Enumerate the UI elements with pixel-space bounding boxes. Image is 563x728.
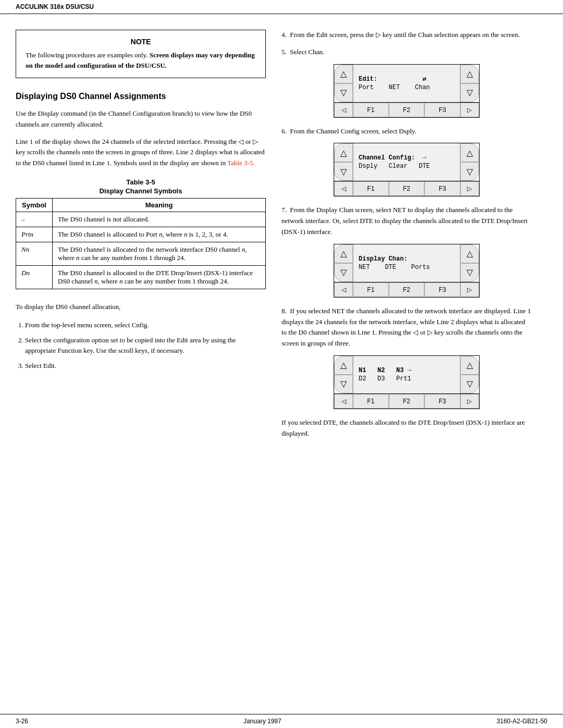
table-subtitle: Display Channel Symbols [16, 187, 266, 195]
up-right-btn[interactable]: △ [460, 65, 479, 83]
n1d2-up-right-btn[interactable]: △ [460, 356, 479, 375]
step-8-text: 8. If you selected NET the channels allo… [282, 306, 532, 349]
channel-config-widget-wrapper: △ Channel Config: → Dsply Clear DTE △ ▽ … [282, 143, 532, 196]
n1d2-lcd: △ N1 N2 N3 → D2 D3 Prt1 △ ▽ ▽ [334, 355, 480, 394]
cc-down-left-btn[interactable]: ▽ [334, 162, 353, 181]
cc-right-arrow[interactable]: ▷ [460, 181, 479, 196]
table-container: Table 3-5 Display Channel Symbols Symbol… [16, 178, 266, 289]
edit-f3[interactable]: F3 [424, 103, 460, 117]
section-para2: Line 1 of the display shows the 24 chann… [16, 137, 266, 169]
n1d2-f3[interactable]: F3 [424, 394, 460, 409]
cell-meaning: The DS0 channel is allocated to the DTE … [53, 265, 266, 289]
table-row: DnThe DS0 channel is allocated to the DT… [16, 265, 266, 289]
table-row: PrtnThe DS0 channel is allocated to Port… [16, 227, 266, 242]
footer-left: 3-26 [16, 718, 28, 725]
edit-left-arrow[interactable]: ◁ [334, 103, 353, 117]
step-1: From the top-level menu screen, select C… [25, 320, 266, 331]
n1d2-widget-wrapper: △ N1 N2 N3 → D2 D3 Prt1 △ ▽ ▽ ◁ F1 F2 F3… [282, 355, 532, 409]
table-ref-link[interactable]: Table 3-5. [227, 159, 255, 167]
cc-up-right-btn[interactable]: △ [460, 143, 479, 162]
edit-f2[interactable]: F2 [389, 103, 425, 117]
n1d2-f2[interactable]: F2 [389, 394, 425, 409]
step-intro: To display the DS0 channel allocation, [16, 302, 266, 313]
step-5-text: 5. Select Chan. [282, 47, 532, 58]
section-heading: Displaying DS0 Channel Assignments [16, 92, 266, 101]
col-meaning: Meaning [53, 198, 266, 212]
cc-f3[interactable]: F3 [424, 181, 460, 196]
dc-f3[interactable]: F3 [424, 282, 460, 297]
edit-lcd-display: △ Edit: ⇄ Port NET Chan △ ▽ ▽ [334, 64, 480, 103]
edit-line1: Edit: ⇄ [359, 75, 455, 83]
cc-f1[interactable]: F1 [353, 181, 389, 196]
dc-up-right-btn[interactable]: △ [460, 244, 479, 263]
footer-right: 3160-A2-GB21-50 [497, 718, 547, 725]
down-left-btn[interactable]: ▽ [334, 83, 353, 102]
dc-down-left-btn[interactable]: ▽ [334, 263, 353, 282]
n1d2-line2: D2 D3 Prt1 [359, 375, 455, 382]
cc-up-left-btn[interactable]: △ [334, 143, 353, 162]
step-6-text: 6. From the Channel Config screen, selec… [282, 126, 532, 137]
n1d2-right-arrow[interactable]: ▷ [460, 394, 479, 409]
cc-lcd-text: Channel Config: → Dsply Clear DTE [353, 143, 460, 181]
dc-right-arrow[interactable]: ▷ [460, 282, 479, 297]
n1d2-lcd-text: N1 N2 N3 → D2 D3 Prt1 [353, 356, 460, 393]
edit-f1[interactable]: F1 [353, 103, 389, 117]
display-chan-widget-wrapper: △ Display Chan: NET DTE Ports △ ▽ ▽ ◁ F1… [282, 244, 532, 298]
cc-left-arrow[interactable]: ◁ [334, 181, 353, 196]
table-title: Table 3-5 [16, 178, 266, 186]
step-7-text: 7. From the Display Chan screen, select … [282, 205, 532, 237]
step-4-text: 4. From the Edit screen, press the ▷ key… [282, 30, 532, 41]
note-title: NOTE [26, 38, 256, 46]
edit-right-arrow[interactable]: ▷ [460, 103, 479, 117]
note-box: NOTE The following procedures are exampl… [16, 30, 266, 78]
cell-meaning: The DS0 channel is not allocated. [53, 212, 266, 227]
cc-f2[interactable]: F2 [389, 181, 425, 196]
left-column: NOTE The following procedures are exampl… [16, 30, 266, 446]
table-row: NnThe DS0 channel is allocated to the ne… [16, 242, 266, 265]
page-header: ACCULINK 316x DSU/CSU [0, 0, 563, 14]
cell-symbol: Nn [16, 242, 53, 265]
col-symbol: Symbol [16, 198, 53, 212]
cc-line2: Dsply Clear DTE [359, 163, 455, 170]
dc-line2: NET DTE Ports [359, 264, 455, 271]
channel-config-lcd: △ Channel Config: → Dsply Clear DTE △ ▽ … [334, 143, 480, 181]
down-right-btn[interactable]: ▽ [460, 83, 479, 102]
edit-screen-widget-wrapper: △ Edit: ⇄ Port NET Chan △ ▽ ▽ ◁ F1 F2 F3 [282, 64, 532, 118]
cc-fn-row: ◁ F1 F2 F3 ▷ [334, 181, 480, 196]
section-para1: Use the Display command (in the Channel … [16, 108, 266, 130]
dc-f2[interactable]: F2 [389, 282, 425, 297]
channel-symbols-table: Symbol Meaning –The DS0 channel is not a… [16, 198, 266, 289]
n1d2-widget: △ N1 N2 N3 → D2 D3 Prt1 △ ▽ ▽ ◁ F1 F2 F3… [334, 355, 480, 409]
n1d2-down-right-btn[interactable]: ▽ [460, 375, 479, 393]
cell-meaning: The DS0 channel is allocated to the netw… [53, 242, 266, 265]
dc-up-left-btn[interactable]: △ [334, 244, 353, 263]
dc-lcd-text: Display Chan: NET DTE Ports [353, 244, 460, 282]
dc-down-right-btn[interactable]: ▽ [460, 263, 479, 282]
up-left-btn[interactable]: △ [334, 65, 353, 83]
steps-list: From the top-level menu screen, select C… [25, 320, 266, 372]
n1d2-left-arrow[interactable]: ◁ [334, 394, 353, 409]
dc-fn-row: ◁ F1 F2 F3 ▷ [334, 282, 480, 298]
channel-config-widget: △ Channel Config: → Dsply Clear DTE △ ▽ … [334, 143, 480, 196]
cell-symbol: Dn [16, 265, 53, 289]
n1d2-up-left-btn[interactable]: △ [334, 356, 353, 375]
edit-fn-row: ◁ F1 F2 F3 ▷ [334, 103, 480, 118]
page-footer: 3-26 January 1997 3160-A2-GB21-50 [0, 714, 563, 728]
display-chan-widget: △ Display Chan: NET DTE Ports △ ▽ ▽ ◁ F1… [334, 244, 480, 298]
dc-left-arrow[interactable]: ◁ [334, 282, 353, 297]
n1d2-line1: N1 N2 N3 → [359, 367, 455, 374]
cc-down-right-btn[interactable]: ▽ [460, 162, 479, 181]
dc-f1[interactable]: F1 [353, 282, 389, 297]
step-9-text: If you selected DTE, the channels alloca… [282, 417, 532, 439]
footer-center: January 1997 [243, 718, 282, 725]
dc-lcd: △ Display Chan: NET DTE Ports △ ▽ ▽ [334, 244, 480, 282]
step-3: Select Edit. [25, 361, 266, 372]
dc-line1: Display Chan: [359, 255, 455, 263]
cell-symbol: Prtn [16, 227, 53, 242]
n1d2-down-left-btn[interactable]: ▽ [334, 375, 353, 393]
edit-lcd-text: Edit: ⇄ Port NET Chan [353, 65, 460, 102]
n1d2-f1[interactable]: F1 [353, 394, 389, 409]
right-column: 4. From the Edit screen, press the ▷ key… [282, 30, 532, 446]
cell-symbol: – [16, 212, 53, 227]
n1d2-fn-row: ◁ F1 F2 F3 ▷ [334, 394, 480, 409]
